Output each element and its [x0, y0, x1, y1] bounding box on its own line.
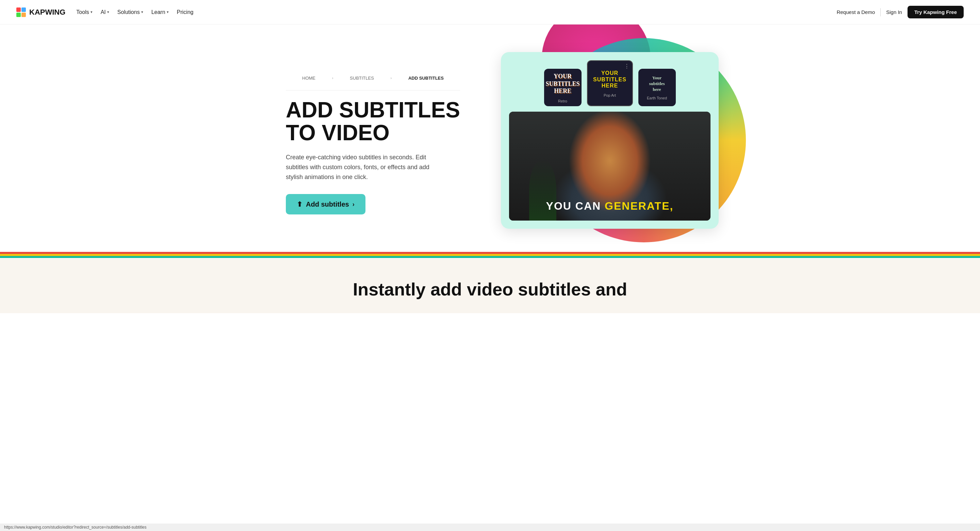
nav-left: KAPWING Tools ▾ AI ▾ Solutions ▾ Learn ▾… — [16, 8, 193, 17]
color-lines-separator — [0, 252, 980, 259]
logo[interactable]: KAPWING — [16, 8, 65, 17]
breadcrumb-sep-2: › — [391, 76, 392, 80]
retro-label: Retro — [558, 99, 567, 105]
bottom-section: Instantly add video subtitles and — [0, 259, 980, 313]
style-card-retro[interactable]: YOURSUBTITLESHERE Retro — [544, 69, 582, 106]
breadcrumb: HOME › SUBTITLES › ADD SUBTITLES — [286, 66, 460, 91]
nav-menu: Tools ▾ AI ▾ Solutions ▾ Learn ▾ Pricing — [76, 8, 193, 17]
bottom-heading: Instantly add video subtitles and — [41, 279, 939, 300]
ui-card: YOURSUBTITLESHERE Retro ⋮ YOURSUBTITLESH… — [501, 52, 719, 229]
style-card-earth[interactable]: Yoursubtitleshere Earth Toned — [638, 69, 676, 106]
nav-item-solutions[interactable]: Solutions ▾ — [118, 8, 143, 17]
earth-text: Yoursubtitleshere — [647, 73, 667, 95]
breadcrumb-sep-1: › — [332, 76, 334, 80]
try-kapwing-button[interactable]: Try Kapwing Free — [907, 6, 964, 18]
main-nav: KAPWING Tools ▾ AI ▾ Solutions ▾ Learn ▾… — [0, 0, 980, 24]
page-title: ADD SUBTITLES TO VIDEO — [286, 99, 460, 144]
sign-in-button[interactable]: Sign In — [886, 9, 902, 15]
color-line-teal — [0, 256, 980, 258]
style-selector-row: YOURSUBTITLESHERE Retro ⋮ YOURSUBTITLESH… — [509, 60, 711, 106]
upload-icon: ⬆ — [297, 200, 302, 208]
style-card-popart[interactable]: ⋮ YOURSUBTITLESHERE Pop Art — [587, 60, 633, 106]
arrow-right-icon: › — [353, 201, 355, 208]
request-demo-button[interactable]: Request a Demo — [837, 9, 875, 15]
add-subtitles-button[interactable]: ⬆ Add subtitles › — [286, 194, 366, 214]
video-preview: YOU CAN GENERATE, — [509, 112, 711, 220]
more-options-icon[interactable]: ⋮ — [624, 63, 630, 69]
chevron-down-icon: ▾ — [167, 10, 169, 14]
hero-left: HOME › SUBTITLES › ADD SUBTITLES ADD SUB… — [286, 66, 460, 215]
nav-item-learn[interactable]: Learn ▾ — [151, 8, 169, 17]
logo-text: KAPWING — [29, 8, 65, 17]
breadcrumb-subtitles[interactable]: SUBTITLES — [350, 76, 374, 81]
video-subtitle-overlay: YOU CAN GENERATE, — [546, 200, 674, 212]
earth-label: Earth Toned — [647, 96, 667, 101]
hero-section: HOME › SUBTITLES › ADD SUBTITLES ADD SUB… — [245, 24, 735, 249]
logo-icon — [16, 8, 26, 17]
nav-divider — [880, 8, 881, 16]
chevron-down-icon: ▾ — [107, 10, 109, 14]
popart-label: Pop Art — [604, 93, 616, 99]
hero-description: Create eye-catching video subtitles in s… — [286, 153, 442, 182]
chevron-down-icon: ▾ — [141, 10, 143, 14]
retro-text: YOURSUBTITLESHERE — [543, 70, 582, 98]
nav-item-pricing[interactable]: Pricing — [177, 8, 194, 17]
popart-text: YOURSUBTITLESHERE — [590, 67, 629, 92]
nav-item-tools[interactable]: Tools ▾ — [76, 8, 92, 17]
hero-right: YOURSUBTITLESHERE Retro ⋮ YOURSUBTITLESH… — [460, 45, 719, 236]
breadcrumb-home[interactable]: HOME — [302, 76, 315, 81]
nav-item-ai[interactable]: AI ▾ — [101, 8, 109, 17]
nav-right: Request a Demo Sign In Try Kapwing Free — [837, 6, 964, 18]
breadcrumb-current: ADD SUBTITLES — [408, 76, 444, 81]
chevron-down-icon: ▾ — [91, 10, 92, 14]
